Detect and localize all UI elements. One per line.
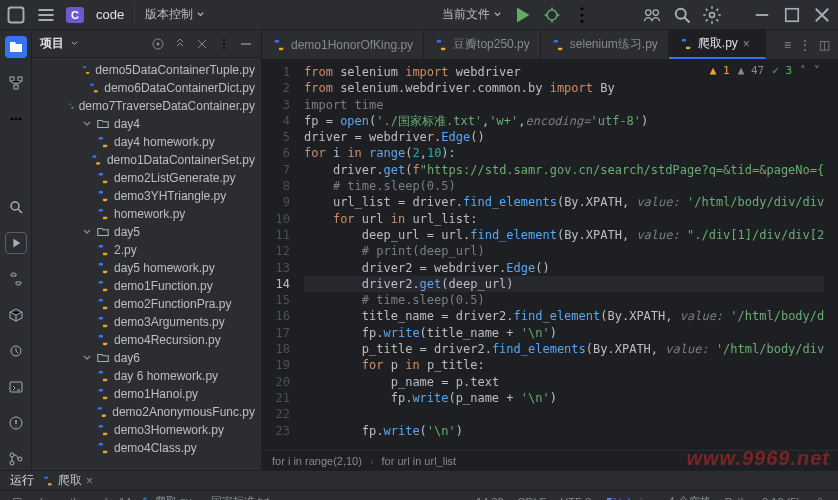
app-icon[interactable] [6, 5, 26, 25]
python-console-icon[interactable] [5, 268, 27, 290]
svg-point-4 [581, 19, 584, 22]
editor-tab[interactable]: selenium练习.py [541, 30, 669, 59]
close-icon[interactable]: × [86, 474, 93, 488]
split-icon[interactable]: ◫ [819, 38, 830, 52]
packages-icon[interactable] [5, 304, 27, 326]
breadcrumb[interactable]: ▢ code › python › day14 › 爬取.py › ≡ 国家标准… [8, 494, 273, 500]
readonly-icon[interactable] [810, 496, 830, 501]
locate-icon[interactable] [151, 37, 165, 51]
run-config-dropdown[interactable]: 当前文件 [442, 6, 502, 23]
svg-rect-11 [18, 77, 22, 81]
more-actions-icon[interactable] [572, 5, 592, 25]
tab-bar: demo1HonorOfKing.py豆瓣top250.pyselenium练习… [262, 30, 838, 60]
tree-folder[interactable]: day4 [32, 115, 261, 133]
svg-point-5 [646, 9, 652, 15]
hide-sidebar-icon[interactable] [239, 37, 253, 51]
tree-file[interactable]: demo4Recursion.py [32, 331, 261, 349]
project-name[interactable]: code [96, 7, 124, 22]
tabnine-status[interactable]: ◧ tabnine [602, 495, 659, 500]
line-gutter[interactable]: 1234567891011121314151617181920212223 [262, 60, 298, 439]
tree-file[interactable]: demo4Class.py [32, 439, 261, 457]
project-badge: C [66, 7, 84, 23]
indent-status[interactable]: 4 个空格 [665, 494, 715, 500]
chevron-up-icon[interactable]: ˄ [800, 64, 806, 77]
tree-file[interactable]: demo3Arguments.py [32, 313, 261, 331]
structure-tool-icon[interactable] [5, 72, 27, 94]
tree-file[interactable]: demo2ListGenerate.py [32, 169, 261, 187]
tree-file[interactable]: demo1Function.py [32, 277, 261, 295]
svg-point-7 [676, 8, 686, 18]
sidebar-header: 项目 [32, 30, 261, 58]
run-panel-title[interactable]: 运行 [10, 472, 34, 489]
search-tool-icon[interactable] [5, 196, 27, 218]
settings-icon[interactable] [702, 5, 722, 25]
list-icon[interactable]: ≡ [784, 38, 791, 52]
run-tool-icon[interactable] [5, 232, 27, 254]
tree-file[interactable]: demo7TraverseDataContainer.py [32, 97, 261, 115]
close-icon[interactable]: × [743, 37, 755, 51]
problems-tool-icon[interactable] [5, 412, 27, 434]
tree-file[interactable]: demo6DataContainerDict.py [32, 79, 261, 97]
terminal-tool-icon[interactable] [5, 376, 27, 398]
run-icon[interactable] [512, 5, 532, 25]
code-with-me-icon[interactable] [642, 5, 662, 25]
tree-file[interactable]: demo2FunctionPra.py [32, 295, 261, 313]
debug-icon[interactable] [542, 5, 562, 25]
services-icon[interactable] [5, 340, 27, 362]
tree-folder[interactable]: day5 [32, 223, 261, 241]
main-menu-icon[interactable] [36, 5, 56, 25]
tree-file[interactable]: demo5DataContainerTuple.py [32, 61, 261, 79]
svg-point-3 [581, 13, 584, 16]
svg-rect-9 [786, 8, 799, 21]
svg-point-2 [581, 7, 584, 10]
cursor-position[interactable]: 14:30 [472, 496, 508, 501]
svg-rect-18 [10, 382, 22, 392]
tree-file[interactable]: demo3YHTriangle.py [32, 187, 261, 205]
tree-file[interactable]: homework.py [32, 205, 261, 223]
tree-file[interactable]: day 6 homework.py [32, 367, 261, 385]
chevron-down-icon[interactable]: ˅ [814, 64, 820, 77]
run-panel-tab[interactable]: 爬取 × [42, 472, 93, 489]
more-tools-icon[interactable] [5, 108, 27, 130]
tree-file[interactable]: demo1Hanoi.py [32, 385, 261, 403]
project-tool-icon[interactable] [5, 36, 27, 58]
encoding[interactable]: UTF-8 [556, 496, 595, 501]
editor-tab[interactable]: demo1HonorOfKing.py [262, 30, 424, 59]
editor-body[interactable]: ▲ 1 ▲ 47 ✓ 3 ˄ ˅ 12345678910111213141516… [262, 60, 838, 450]
inspection-badges[interactable]: ▲ 1 ▲ 47 ✓ 3 ˄ ˅ [710, 64, 820, 77]
svg-point-24 [157, 42, 160, 45]
tree-file[interactable]: demo3Homework.py [32, 421, 261, 439]
expand-all-icon[interactable] [173, 37, 187, 51]
code-content[interactable]: from selenium import webdriverfrom selen… [304, 64, 824, 439]
editor-tab[interactable]: 爬取.py× [669, 30, 766, 59]
line-ending[interactable]: CRLF [514, 496, 551, 501]
sidebar-more-icon[interactable] [217, 37, 231, 51]
maximize-icon[interactable] [782, 5, 802, 25]
close-window-icon[interactable] [812, 5, 832, 25]
collapse-all-icon[interactable] [195, 37, 209, 51]
search-icon[interactable] [672, 5, 692, 25]
interpreter-status[interactable]: Python 3.10 (5) [721, 496, 804, 501]
editor-tab[interactable]: 豆瓣top250.py [424, 30, 541, 59]
vcs-menu[interactable]: 版本控制 [145, 6, 205, 23]
tree-folder[interactable]: day6 [32, 349, 261, 367]
editor-area: demo1HonorOfKing.py豆瓣top250.pyselenium练习… [262, 30, 838, 470]
more-icon[interactable]: ⋮ [799, 38, 811, 52]
svg-point-27 [223, 47, 225, 49]
svg-point-14 [14, 118, 17, 121]
code-crumb-bar[interactable]: for i in range(2,10)› for url in url_lis… [262, 450, 838, 470]
tree-file[interactable]: demo1DataContainerSet.py [32, 151, 261, 169]
chevron-down-icon[interactable] [70, 39, 79, 48]
tree-file[interactable]: day5 homework.py [32, 259, 261, 277]
tree-file[interactable]: 2.py [32, 241, 261, 259]
svg-point-1 [547, 10, 557, 20]
svg-point-21 [10, 461, 14, 465]
svg-point-15 [18, 118, 21, 121]
file-tree[interactable]: demo5DataContainerTuple.pydemo6DataConta… [32, 58, 261, 470]
svg-point-16 [11, 202, 19, 210]
tree-file[interactable]: demo2AnonymousFunc.py [32, 403, 261, 421]
vcs-tool-icon[interactable] [5, 448, 27, 470]
tree-file[interactable]: day4 homework.py [32, 133, 261, 151]
minimize-icon[interactable] [752, 5, 772, 25]
svg-point-25 [223, 39, 225, 41]
